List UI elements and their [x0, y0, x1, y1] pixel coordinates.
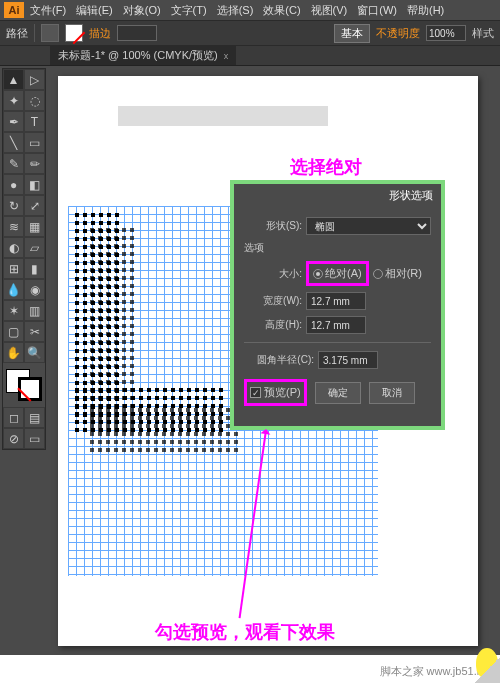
line-tool[interactable]: ╲ [3, 132, 24, 153]
hand-tool[interactable]: ✋ [3, 342, 24, 363]
color-mode[interactable]: ◻ [3, 407, 24, 428]
shape-select[interactable]: 椭圆 [306, 217, 431, 235]
width-tool[interactable]: ≋ [3, 216, 24, 237]
artboard-tool[interactable]: ▢ [3, 321, 24, 342]
shape-builder-tool[interactable]: ◐ [3, 237, 24, 258]
redacted-area [118, 106, 328, 126]
size-label: 大小: [244, 267, 302, 281]
free-transform-tool[interactable]: ▦ [24, 216, 45, 237]
menu-object[interactable]: 对象(O) [119, 1, 165, 20]
type-tool[interactable]: T [24, 111, 45, 132]
document-tabs: 未标题-1* @ 100% (CMYK/预览) x [0, 46, 500, 66]
width-label: 宽度(W): [244, 294, 302, 308]
eraser-tool[interactable]: ◧ [24, 174, 45, 195]
brush-basic[interactable]: 基本 [334, 24, 370, 43]
app-icon: Ai [4, 2, 24, 18]
artwork-letter [73, 386, 223, 436]
height-input[interactable] [306, 316, 366, 334]
options-bar: 路径 描边 基本 不透明度 样式 [0, 20, 500, 46]
scale-tool[interactable]: ⤢ [24, 195, 45, 216]
width-input[interactable] [306, 292, 366, 310]
corner-input[interactable] [318, 351, 378, 369]
blob-brush-tool[interactable]: ● [3, 174, 24, 195]
blend-tool[interactable]: ◉ [24, 279, 45, 300]
gradient-tool[interactable]: ▮ [24, 258, 45, 279]
menu-effect[interactable]: 效果(C) [259, 1, 304, 20]
rectangle-tool[interactable]: ▭ [24, 132, 45, 153]
menu-view[interactable]: 视图(V) [307, 1, 352, 20]
opacity-label: 不透明度 [376, 26, 420, 41]
style-label: 样式 [472, 26, 494, 41]
ok-button[interactable]: 确定 [315, 382, 361, 404]
direct-select-tool[interactable]: ▷ [24, 69, 45, 90]
rotate-tool[interactable]: ↻ [3, 195, 24, 216]
tab-title: 未标题-1* @ 100% (CMYK/预览) [58, 48, 218, 63]
dialog-title: 形状选项 [234, 184, 441, 207]
graph-tool[interactable]: ▥ [24, 300, 45, 321]
fill-stroke-swatch[interactable] [4, 367, 44, 403]
page-curl-icon [474, 657, 500, 683]
zoom-tool[interactable]: 🔍 [24, 342, 45, 363]
lasso-tool[interactable]: ◌ [24, 90, 45, 111]
height-label: 高度(H): [244, 318, 302, 332]
options-section-label: 选项 [244, 241, 431, 255]
annotation-select-absolute: 选择绝对 [290, 155, 362, 179]
stroke-swatch[interactable] [65, 24, 83, 42]
brush-tool[interactable]: ✎ [3, 153, 24, 174]
stroke-weight-input[interactable] [117, 25, 157, 41]
menu-edit[interactable]: 编辑(E) [72, 1, 117, 20]
preview-checkbox[interactable]: ✓预览(P) [244, 379, 307, 406]
none-mode[interactable]: ⊘ [3, 428, 24, 449]
cancel-button[interactable]: 取消 [369, 382, 415, 404]
corner-label: 圆角半径(C): [244, 353, 314, 367]
fill-swatch[interactable] [41, 24, 59, 42]
shape-label: 形状(S): [244, 219, 302, 233]
absolute-radio[interactable]: 绝对(A) [313, 266, 362, 281]
relative-radio[interactable]: 相对(R) [373, 266, 422, 281]
pencil-tool[interactable]: ✏ [24, 153, 45, 174]
menu-select[interactable]: 选择(S) [213, 1, 258, 20]
menubar: Ai 文件(F) 编辑(E) 对象(O) 文字(T) 选择(S) 效果(C) 视… [0, 0, 500, 20]
eyedropper-tool[interactable]: 💧 [3, 279, 24, 300]
screen-mode[interactable]: ▭ [24, 428, 45, 449]
path-label: 路径 [6, 26, 28, 41]
opacity-input[interactable] [426, 25, 466, 41]
symbol-sprayer-tool[interactable]: ✶ [3, 300, 24, 321]
close-tab-icon[interactable]: x [224, 51, 229, 61]
mesh-tool[interactable]: ⊞ [3, 258, 24, 279]
magic-wand-tool[interactable]: ✦ [3, 90, 24, 111]
menu-file[interactable]: 文件(F) [26, 1, 70, 20]
document-tab[interactable]: 未标题-1* @ 100% (CMYK/预览) x [50, 46, 236, 65]
shape-options-dialog: 形状选项 形状(S): 椭圆 选项 大小: 绝对(A) 相对(R) 宽度(W):… [230, 180, 445, 430]
slice-tool[interactable]: ✂ [24, 321, 45, 342]
menu-type[interactable]: 文字(T) [167, 1, 211, 20]
selection-tool[interactable]: ▲ [3, 69, 24, 90]
pen-tool[interactable]: ✒ [3, 111, 24, 132]
menu-help[interactable]: 帮助(H) [403, 1, 448, 20]
menu-window[interactable]: 窗口(W) [353, 1, 401, 20]
toolbox: ▲ ▷ ✦ ◌ ✒ T ╲ ▭ ✎ ✏ ● ◧ ↻ ⤢ ≋ ▦ ◐ ▱ ⊞ ▮ … [2, 68, 46, 450]
gradient-mode[interactable]: ▤ [24, 407, 45, 428]
annotation-preview: 勾选预览，观看下效果 [155, 620, 335, 644]
perspective-tool[interactable]: ▱ [24, 237, 45, 258]
stroke-label: 描边 [89, 26, 111, 41]
